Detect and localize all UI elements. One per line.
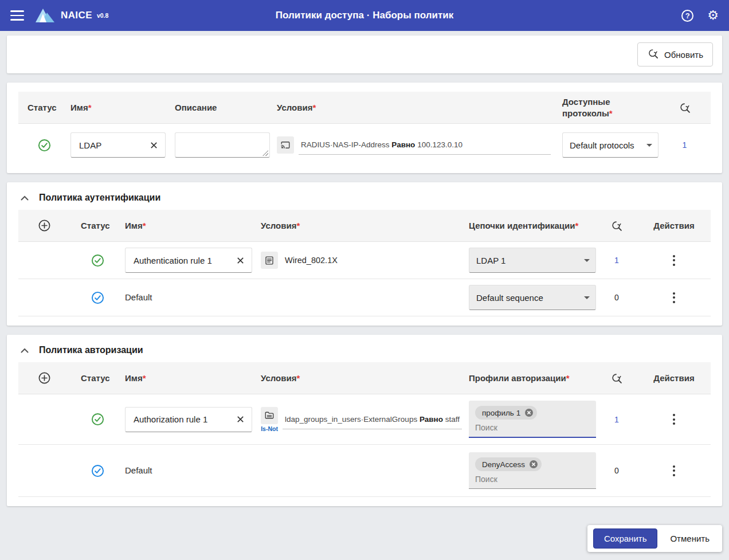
authorization-rule-name-input[interactable] — [132, 414, 234, 425]
authorization-profiles-field[interactable]: DenyAccess Поиск — [469, 452, 596, 489]
condition-folder-icon[interactable] — [261, 407, 278, 424]
status-ok-icon[interactable] — [91, 413, 104, 426]
add-rule-icon[interactable] — [38, 219, 51, 232]
save-button[interactable]: Сохранить — [593, 528, 658, 549]
column-actions: Действия — [637, 373, 711, 384]
naice-logo-icon — [36, 7, 55, 24]
column-conditions: Условия* — [277, 102, 556, 113]
refresh-counters-button[interactable]: Обновить — [637, 42, 713, 66]
app-version: v0.8 — [97, 12, 108, 19]
row-actions-menu-icon[interactable] — [669, 462, 679, 480]
column-identity-chains: Цепочки идентификации* — [469, 220, 596, 232]
condition-operator: Равно — [420, 415, 443, 424]
brand-name: NAICE — [61, 10, 92, 21]
authorization-rule-name-field[interactable] — [125, 407, 252, 432]
column-conditions: Условия* — [252, 220, 469, 232]
profiles-search-input[interactable]: Поиск — [475, 423, 590, 432]
resize-grip-icon[interactable] — [262, 150, 268, 156]
authentication-condition-field[interactable]: Wired_802.1X — [283, 250, 462, 270]
clear-name-icon[interactable] — [234, 413, 247, 426]
identity-chain-select[interactable]: Default sequence — [469, 285, 596, 310]
chevron-down-icon — [646, 144, 652, 147]
page-title: Политики доступа · Наборы политик — [0, 10, 729, 21]
footer-action-bar: Сохранить Отменить — [587, 525, 722, 552]
status-ok-icon[interactable] — [38, 139, 51, 152]
condition-value: 100.123.0.10 — [417, 140, 463, 149]
profiles-search-input[interactable]: Поиск — [475, 475, 590, 484]
identity-chain-select[interactable]: LDAP 1 — [469, 248, 596, 273]
hit-counter-icon[interactable] — [610, 220, 623, 232]
authentication-rule-name-input[interactable] — [132, 255, 234, 266]
default-rule-name: Default — [125, 292, 152, 302]
policy-set-header-row: Статус Имя* Описание Условия* Доступные … — [18, 92, 711, 124]
policy-set-name-field[interactable] — [70, 132, 166, 158]
row-actions-menu-icon[interactable] — [669, 410, 679, 428]
default-rule-name: Default — [125, 465, 152, 475]
column-description: Описание — [175, 102, 277, 113]
app-bar: NAICE v0.8 Политики доступа · Наборы пол… — [0, 0, 729, 31]
chevron-down-icon — [584, 259, 590, 262]
column-hit-counter — [596, 372, 637, 385]
authorization-policy-card: Политика авторизации Статус Имя* Условия… — [7, 335, 722, 506]
help-icon[interactable]: ? — [681, 10, 693, 22]
policy-set-row: RADIUS·NAS-IP-Address Равно 100.123.0.10… — [18, 124, 711, 166]
add-rule-icon[interactable] — [38, 371, 51, 385]
condition-negation-label: Is-Not — [261, 425, 278, 432]
authentication-header-row: Статус Имя* Условия* Цепочки идентификац… — [18, 210, 711, 242]
cancel-button[interactable]: Отменить — [663, 529, 716, 548]
policy-set-description-input[interactable] — [175, 132, 270, 158]
condition-value: staff — [445, 415, 460, 424]
identity-chain-value: LDAP 1 — [476, 256, 505, 265]
condition-list-icon[interactable] — [261, 252, 278, 269]
authorization-rule-row: Is-Not ldap_groups_in_users·ExternalGrou… — [18, 394, 711, 445]
column-name: Имя* — [125, 373, 252, 384]
protocols-select-value: Default protocols — [570, 140, 634, 150]
status-default-icon[interactable] — [91, 291, 104, 304]
chip-remove-icon[interactable] — [529, 460, 538, 469]
column-status: Статус — [18, 102, 70, 113]
clear-name-icon[interactable] — [147, 139, 160, 152]
authorization-section-title: Политика авторизации — [39, 345, 143, 355]
policy-set-condition-field[interactable]: RADIUS·NAS-IP-Address Равно 100.123.0.10 — [299, 135, 551, 155]
protocols-select[interactable]: Default protocols — [562, 132, 659, 158]
condition-attribute: RADIUS·NAS-IP-Address — [301, 140, 390, 149]
column-name: Имя* — [125, 220, 252, 232]
row-actions-menu-icon[interactable] — [669, 252, 679, 269]
gear-icon[interactable]: ⚙ — [707, 9, 719, 22]
authentication-default-row: Default Default sequence 0 — [18, 279, 711, 316]
column-actions: Действия — [637, 220, 711, 232]
profile-chip: профиль 1 — [475, 406, 537, 420]
collapse-chevron-up-icon[interactable] — [19, 347, 30, 354]
authentication-policy-card: Политика аутентификации Статус Имя* Усло… — [7, 182, 722, 326]
condition-operator: Равно — [391, 140, 415, 149]
policy-set-hit-count[interactable]: 1 — [683, 140, 687, 150]
chip-remove-icon[interactable] — [524, 408, 534, 417]
hit-counter-icon[interactable] — [679, 101, 691, 114]
toolbar-card: Обновить — [7, 36, 722, 73]
condition-name: Wired_802.1X — [285, 256, 338, 265]
row-actions-menu-icon[interactable] — [669, 289, 679, 307]
policy-set-name-input[interactable] — [78, 140, 147, 151]
rule-hit-count[interactable]: 1 — [614, 415, 619, 424]
collapse-chevron-up-icon[interactable] — [19, 194, 30, 202]
rule-hit-count[interactable]: 1 — [614, 256, 619, 265]
authorization-default-row: Default DenyAccess Поиск 0 — [18, 445, 711, 497]
refresh-button-label: Обновить — [664, 50, 703, 60]
hamburger-menu-icon[interactable] — [10, 10, 24, 21]
cast-condition-icon[interactable] — [277, 136, 294, 154]
condition-attribute: ldap_groups_in_users·ExternalGroups — [285, 415, 417, 424]
column-hit-counter — [596, 220, 637, 232]
hit-counter-icon[interactable] — [610, 372, 623, 385]
authentication-section-title: Политика аутентификации — [39, 193, 160, 203]
column-protocols: Доступные протоколы* — [556, 96, 659, 119]
clear-name-icon[interactable] — [234, 254, 247, 267]
status-default-icon[interactable] — [91, 464, 104, 477]
column-conditions: Условия* — [252, 373, 469, 384]
status-ok-icon[interactable] — [91, 254, 104, 267]
authentication-rule-name-field[interactable] — [125, 248, 252, 273]
authorization-condition-field[interactable]: ldap_groups_in_users·ExternalGroups Равн… — [283, 410, 462, 429]
profile-chip: DenyAccess — [475, 457, 542, 471]
column-status: Статус — [70, 373, 125, 384]
authorization-profiles-field[interactable]: профиль 1 Поиск — [469, 401, 596, 438]
column-name: Имя* — [70, 102, 175, 113]
